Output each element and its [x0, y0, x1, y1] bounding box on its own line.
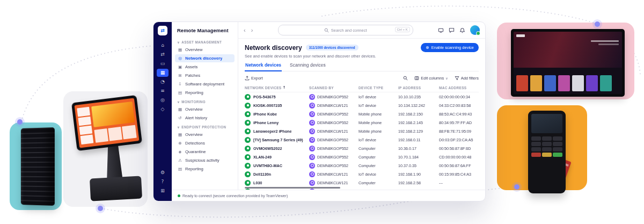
sidebar-item-suspicious-activity[interactable]: ∨ ⚠ Suspicious activity: [175, 156, 235, 164]
scanned-by: DEMN8KGOP552: [317, 95, 348, 99]
table-search-button[interactable]: [403, 76, 408, 81]
sidebar-item-overview-endpoint[interactable]: ∨ ▦ Overview: [175, 131, 235, 139]
table-row[interactable]: XLAN-249 DEMN8KGOP552 Computer 10.70.1.1…: [245, 153, 479, 161]
sidebar-item-overview-asset[interactable]: ∨ ▦ Overview: [175, 46, 235, 54]
notifications-icon[interactable]: [459, 27, 465, 33]
search-input[interactable]: Search and connect Ctrl + K: [278, 25, 413, 35]
device-type: IoT device: [358, 95, 398, 99]
sidebar-item-reporting-endpoint[interactable]: ∨ ▤ Reporting: [175, 165, 235, 173]
device-type: Mobile phone: [358, 120, 398, 125]
nav-row[interactable]: ∨ ENDPOINT PROTECTION: [177, 125, 232, 129]
search-placeholder: Search and connect: [331, 28, 367, 33]
support-icon[interactable]: ◎: [157, 96, 169, 104]
table-row[interactable]: [TV] Samsung 7 Series (49) DEMN8KGOP552 …: [245, 135, 479, 144]
device-icon: [245, 163, 251, 169]
page-subtitle: See and enable devices to scan your netw…: [245, 54, 479, 59]
table-row[interactable]: OVMO6WS2022 DEMN8KGOP552 Computer 10.36.…: [245, 144, 479, 153]
nav-row[interactable]: ∨ ASSET MANAGEMENT: [177, 40, 232, 44]
network-discovery-icon: ◎: [178, 56, 182, 61]
chat-icon[interactable]: [449, 27, 455, 33]
status-text: Ready to connect (secure connection prov…: [182, 194, 288, 198]
sidebar-item-alert-history[interactable]: ∨ ↺ Alert history: [175, 114, 235, 122]
table-row[interactable]: KIOSK-0007235 DEMN8KCLW121 IoT device 10…: [245, 101, 479, 110]
device-icon: [245, 171, 251, 177]
scanner-icon: [309, 180, 315, 186]
horizontal-scrollbar[interactable]: [245, 187, 340, 189]
remote-management-icon[interactable]: ▦: [157, 69, 169, 77]
device-name: L030: [253, 180, 262, 185]
device-icon: [245, 120, 251, 126]
device-type: Mobile phone: [358, 129, 398, 134]
avatar[interactable]: [470, 25, 480, 35]
tab[interactable]: Network devices: [245, 62, 282, 71]
column-network-devices[interactable]: NETWORK DEVICES ↑: [245, 85, 309, 90]
table-row[interactable]: POS-543675 DEMN8KGOP552 IoT device 10.10…: [245, 92, 479, 101]
quarantine-icon: ◈: [178, 149, 182, 154]
page: ⇄ ⌂⇄▭▦◔≡◎◇ ⚙?⊞ Remote Management ∨: [0, 0, 644, 224]
device-name: iPhone Kobe: [253, 112, 277, 117]
device-type: Mobile phone: [358, 112, 398, 117]
connections-icon[interactable]: ⇄: [157, 50, 169, 59]
settings-icon[interactable]: ⚙: [157, 169, 169, 177]
icon-rail: ⇄ ⌂⇄▭▦◔≡◎◇ ⚙?⊞: [153, 22, 172, 201]
device-name: OVMO6WS2022: [253, 146, 282, 151]
mac-address: D0:03:DF:23:CA:A5: [439, 138, 479, 142]
tab[interactable]: Scanning devices: [289, 62, 326, 71]
insights-icon[interactable]: ≡: [157, 87, 169, 95]
meetings-icon[interactable]: ◇: [157, 105, 169, 113]
sidebar-nav: ∨ ASSET MANAGEMENT ∨ ▦ Overview ∨ ◎ Netw…: [175, 38, 235, 173]
enable-scanning-button[interactable]: ⊕ Enable scanning device: [421, 43, 479, 52]
device-icon: [245, 111, 251, 117]
table-row[interactable]: Lansweeper2 iPhone DEMN8KCLW121 Mobile p…: [245, 127, 479, 135]
devices-icon[interactable]: ▭: [157, 60, 169, 68]
table-toolbar: Export: [245, 72, 479, 84]
scanner-icon: [309, 154, 315, 160]
teamviewer-logo[interactable]: ⇄: [158, 26, 167, 35]
sidebar-item-assets[interactable]: ∨ ▣ Assets: [175, 63, 235, 71]
ip-address: 10.70.1.184: [398, 155, 439, 160]
column-mac-address[interactable]: MAC ADDRESS: [439, 86, 479, 90]
device-type: Computer: [358, 146, 398, 151]
home-icon[interactable]: ⌂: [157, 41, 169, 49]
apps-icon[interactable]: ⊞: [157, 187, 169, 195]
nav-label: Overview: [185, 107, 203, 112]
nav-row[interactable]: ∨ MONITORING: [177, 100, 232, 104]
edit-columns-button[interactable]: Edit columns ∨: [414, 76, 448, 81]
sidebar-item-reporting-asset[interactable]: ∨ ▤ Reporting: [175, 89, 235, 97]
sidebar-item-patches[interactable]: ∨ ⊞ Patches: [175, 71, 235, 80]
nav-label: Alert history: [185, 115, 207, 120]
sidebar-item-software-deployment[interactable]: ∨ ⇩ Software deployment: [175, 80, 235, 88]
monitoring-icon[interactable]: ◔: [157, 78, 169, 86]
scanned-by: DEMN8KGOP552: [317, 155, 348, 160]
help-icon[interactable]: ?: [157, 178, 169, 186]
table-row[interactable]: iPhone Kobe DEMN8KGOP552 Mobile phone 19…: [245, 110, 479, 118]
column-ip-address[interactable]: IP ADDRESS: [398, 86, 439, 90]
ip-address: 192.168.2.150: [398, 112, 439, 117]
connector-dot: [98, 206, 103, 211]
scanned-by: DEMN8KGOP552: [317, 112, 348, 117]
sidebar-item-overview-monitoring[interactable]: ∨ ▦ Overview: [175, 105, 235, 113]
column-scanned-by[interactable]: SCANNED BY: [309, 86, 358, 90]
forward-button[interactable]: ›: [251, 27, 253, 33]
device-icon: [245, 103, 251, 109]
add-filters-button[interactable]: Add filters: [455, 76, 479, 81]
mac-address: 88:FB:7E:71:95:09: [439, 129, 479, 134]
device-icon: [245, 146, 251, 151]
scanned-by: DEMN8KGOP552: [317, 146, 348, 151]
sidebar-item-detections[interactable]: ∨ ⊕ Detections: [175, 139, 235, 147]
table-row[interactable]: L030 DEMN8KCLW121 Computer 192.168.2.58 …: [245, 178, 479, 187]
table-row[interactable]: UVMTH8O-MAC DEMN8KGOP552 Computer 10.37.…: [245, 161, 479, 170]
nav-label: Software deployment: [185, 82, 224, 86]
table-row[interactable]: iPhone Lenny DEMN8KGOP552 Mobile phone 1…: [245, 118, 479, 127]
mac-address: 04:33:C2:00:83:58: [439, 103, 479, 108]
sessions-icon[interactable]: [438, 27, 444, 33]
column-device-type[interactable]: DEVICE TYPE: [358, 86, 398, 90]
app-title: Remote Management: [175, 26, 235, 38]
sidebar-item-network-discovery[interactable]: ∨ ◎ Network discovery: [175, 54, 235, 62]
scanner-icon: [309, 128, 315, 134]
table-row[interactable]: Dell1130n DEMN8KCLW121 IoT device 192.16…: [245, 170, 479, 178]
back-button[interactable]: ‹: [244, 27, 246, 33]
sidebar-item-quarantine[interactable]: ∨ ◈ Quarantine: [175, 148, 235, 156]
export-button[interactable]: Export: [245, 76, 263, 81]
scanned-by: DEMN8KCLW121: [317, 189, 348, 190]
